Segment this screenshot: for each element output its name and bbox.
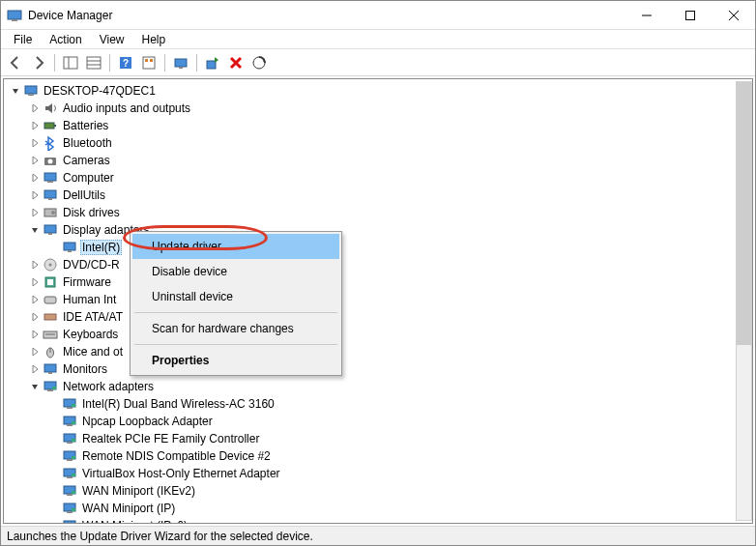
toolbar-update-driver-button[interactable] bbox=[202, 52, 223, 73]
toolbar-scan-button[interactable] bbox=[248, 52, 270, 73]
context-menu-item[interactable]: Update driver bbox=[132, 234, 339, 259]
chevron-right-icon[interactable] bbox=[27, 170, 43, 186]
chevron-right-icon[interactable] bbox=[27, 274, 43, 290]
twisty-spacer bbox=[46, 518, 62, 524]
tree-category[interactable]: Keyboards bbox=[4, 326, 752, 343]
svg-rect-23 bbox=[54, 125, 56, 127]
tree-node-label: DVD/CD-R bbox=[61, 257, 122, 273]
tree-node-label: WAN Miniport (IP) bbox=[80, 501, 177, 516]
tree-category[interactable]: Computer bbox=[4, 169, 752, 187]
tree-category[interactable]: Firmware bbox=[4, 273, 752, 291]
device-tree[interactable]: DESKTOP-47QDEC1Audio inputs and outputsB… bbox=[3, 78, 753, 524]
chevron-down-icon[interactable] bbox=[8, 83, 23, 99]
tree-device[interactable]: Realtek PCIe FE Family Controller bbox=[4, 430, 752, 447]
twisty-spacer bbox=[46, 483, 62, 499]
tree-category[interactable]: DVD/CD-R bbox=[4, 256, 752, 273]
chevron-right-icon[interactable] bbox=[27, 309, 43, 325]
tree-node-label: Batteries bbox=[61, 118, 110, 133]
chevron-down-icon[interactable] bbox=[27, 379, 43, 394]
svg-rect-49 bbox=[47, 389, 53, 391]
menu-view[interactable]: View bbox=[91, 31, 133, 48]
menubar: File Action View Help bbox=[1, 30, 755, 49]
network-icon bbox=[62, 448, 77, 464]
chevron-right-icon[interactable] bbox=[27, 327, 43, 342]
toolbar-back-button[interactable] bbox=[5, 52, 26, 73]
chevron-right-icon[interactable] bbox=[27, 135, 43, 151]
menu-help[interactable]: Help bbox=[133, 31, 175, 48]
disk-icon bbox=[43, 205, 58, 220]
chevron-right-icon[interactable] bbox=[27, 101, 43, 116]
context-menu-item[interactable]: Scan for hardware changes bbox=[132, 316, 339, 341]
chevron-right-icon[interactable] bbox=[27, 118, 43, 133]
chevron-right-icon[interactable] bbox=[27, 344, 43, 359]
toolbar-help-button[interactable]: ? bbox=[115, 52, 136, 73]
tree-category[interactable]: Display adapters bbox=[4, 221, 752, 239]
toolbar-forward-button[interactable] bbox=[28, 52, 49, 73]
context-menu-item[interactable]: Properties bbox=[132, 348, 339, 373]
tree-device[interactable]: Intel(R) bbox=[4, 239, 752, 256]
svg-rect-34 bbox=[64, 243, 75, 250]
tree-node-label: WAN Miniport (IKEv2) bbox=[80, 483, 197, 499]
tree-category[interactable]: Mice and ot bbox=[4, 343, 752, 360]
computer-icon bbox=[43, 170, 58, 186]
tree-category[interactable]: Monitors bbox=[4, 360, 752, 378]
tree-category[interactable]: IDE ATA/AT bbox=[4, 308, 752, 326]
chevron-right-icon[interactable] bbox=[27, 153, 43, 168]
toolbar-uninstall-button[interactable] bbox=[225, 52, 247, 73]
tree-category[interactable]: DellUtils bbox=[4, 187, 752, 204]
chevron-right-icon[interactable] bbox=[27, 292, 43, 307]
tree-device[interactable]: Remote NDIS Compatible Device #2 bbox=[4, 447, 752, 465]
chevron-right-icon[interactable] bbox=[27, 205, 43, 220]
tree-device[interactable]: WAN Miniport (IKEv2) bbox=[4, 482, 752, 500]
tree-node-label: Disk drives bbox=[61, 205, 122, 220]
close-button[interactable] bbox=[712, 1, 755, 30]
toolbar-show-hidden-button[interactable] bbox=[170, 52, 191, 73]
svg-rect-46 bbox=[44, 364, 56, 372]
tree-device[interactable]: Npcap Loopback Adapter bbox=[4, 413, 752, 430]
context-menu-item[interactable]: Uninstall device bbox=[132, 284, 339, 309]
display-icon bbox=[62, 240, 77, 255]
tree-device[interactable]: WAN Miniport (IPv6) bbox=[4, 517, 752, 524]
tree-category[interactable]: Disk drives bbox=[4, 204, 752, 221]
vertical-scrollbar[interactable] bbox=[736, 81, 752, 521]
chevron-down-icon[interactable] bbox=[27, 222, 43, 238]
tree-category[interactable]: Network adapters bbox=[4, 378, 752, 395]
tree-category[interactable]: Human Int bbox=[4, 291, 752, 308]
svg-rect-13 bbox=[143, 57, 155, 69]
toolbar-separator bbox=[54, 54, 55, 72]
svg-rect-70 bbox=[67, 511, 73, 513]
menu-action[interactable]: Action bbox=[41, 31, 90, 48]
tree-device[interactable]: WAN Miniport (IP) bbox=[4, 500, 752, 517]
tree-node-label: VirtualBox Host-Only Ethernet Adapter bbox=[80, 466, 282, 481]
dvd-icon bbox=[43, 257, 58, 273]
tree-category[interactable]: Bluetooth bbox=[4, 134, 752, 152]
chevron-right-icon[interactable] bbox=[27, 361, 43, 377]
twisty-spacer bbox=[46, 414, 62, 429]
toolbar-properties-button[interactable] bbox=[83, 52, 104, 73]
toolbar-show-hide-tree-button[interactable] bbox=[60, 52, 81, 73]
tree-device[interactable]: VirtualBox Host-Only Ethernet Adapter bbox=[4, 465, 752, 482]
tree-node-label: Intel(R) Dual Band Wireless-AC 3160 bbox=[80, 396, 276, 412]
svg-rect-18 bbox=[207, 61, 216, 69]
menu-file[interactable]: File bbox=[5, 31, 41, 48]
svg-rect-29 bbox=[48, 198, 52, 200]
chevron-right-icon[interactable] bbox=[27, 257, 43, 273]
svg-rect-6 bbox=[64, 57, 77, 69]
chevron-right-icon[interactable] bbox=[27, 187, 43, 203]
mouse-icon bbox=[43, 344, 58, 359]
tree-root[interactable]: DESKTOP-47QDEC1 bbox=[4, 82, 752, 100]
toolbar-action-button[interactable] bbox=[138, 52, 160, 73]
tree-node-label: WAN Miniport (IPv6) bbox=[80, 518, 189, 524]
tree-category[interactable]: Audio inputs and outputs bbox=[4, 100, 752, 117]
tree-category[interactable]: Cameras bbox=[4, 152, 752, 169]
maximize-button[interactable] bbox=[668, 1, 712, 30]
scrollbar-thumb[interactable] bbox=[737, 82, 751, 345]
tree-node-label: Computer bbox=[61, 170, 116, 186]
minimize-button[interactable] bbox=[625, 1, 668, 30]
tree-node-label: DESKTOP-47QDEC1 bbox=[42, 83, 158, 99]
tree-category[interactable]: Batteries bbox=[4, 117, 752, 134]
context-menu-item[interactable]: Disable device bbox=[132, 259, 339, 284]
tree-node-label: Cameras bbox=[61, 153, 112, 168]
svg-rect-27 bbox=[47, 181, 53, 183]
tree-device[interactable]: Intel(R) Dual Band Wireless-AC 3160 bbox=[4, 395, 752, 413]
